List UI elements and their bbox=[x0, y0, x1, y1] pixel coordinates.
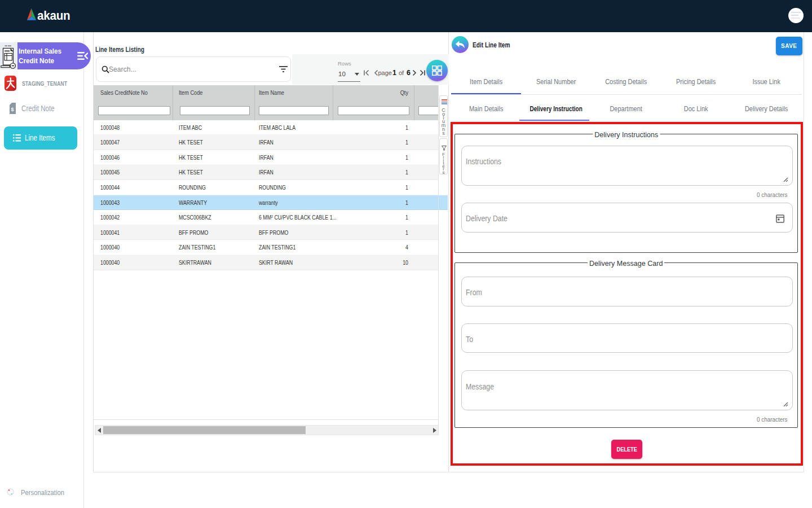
svg-text:$: $ bbox=[11, 107, 14, 112]
